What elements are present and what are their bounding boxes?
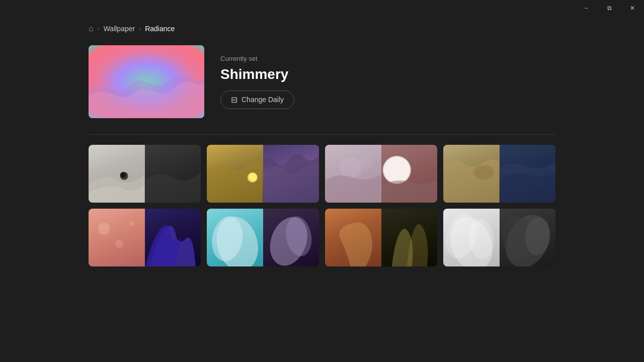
wallpaper-grid [89, 145, 555, 266]
wallpaper-card-2[interactable] [207, 145, 319, 203]
card5-left [89, 209, 145, 266]
card7-left [325, 209, 381, 266]
wallpaper-card-7[interactable] [325, 209, 437, 266]
svg-point-4 [249, 173, 257, 181]
section-divider [89, 134, 555, 135]
svg-point-9 [474, 165, 494, 179]
card1-left [89, 145, 145, 203]
svg-point-10 [98, 223, 110, 235]
breadcrumb-radiance[interactable]: Radiance [145, 25, 175, 33]
wallpaper-card-1[interactable] [89, 145, 201, 203]
card4-left [443, 145, 500, 203]
change-daily-button[interactable]: ⊟ Change Daily [220, 90, 294, 109]
svg-point-6 [359, 155, 373, 169]
svg-point-8 [383, 157, 410, 183]
svg-point-12 [129, 221, 134, 226]
card4-right [500, 145, 556, 203]
wallpaper-name: Shimmery [220, 66, 294, 82]
card5-right [145, 209, 201, 266]
card3-right [381, 145, 438, 203]
card7-right [381, 209, 438, 266]
change-daily-icon: ⊟ [231, 95, 237, 105]
svg-point-5 [340, 156, 362, 178]
card6-left [207, 209, 263, 266]
breadcrumb: ⌂ › Wallpaper › Radiance [0, 0, 644, 45]
card3-left [325, 145, 381, 203]
card2-left [207, 145, 263, 203]
wallpaper-card-5[interactable] [89, 209, 201, 266]
card6-right [263, 209, 319, 266]
home-icon[interactable]: ⌂ [89, 24, 94, 33]
title-bar: − ⧉ ✕ [575, 0, 644, 16]
current-info: Currently set Shimmery ⊟ Change Daily [220, 55, 294, 109]
svg-point-11 [115, 240, 123, 248]
currently-set-label: Currently set [220, 55, 294, 62]
card8-left [443, 209, 500, 266]
close-button[interactable]: ✕ [621, 0, 644, 16]
minimize-button[interactable]: − [575, 0, 598, 16]
svg-point-2 [120, 172, 126, 178]
card1-right [145, 145, 201, 203]
wallpaper-card-6[interactable] [207, 209, 319, 266]
preview-wave-svg [89, 45, 204, 118]
breadcrumb-sep-1: › [98, 25, 100, 32]
breadcrumb-sep-2: › [139, 25, 141, 32]
main-content: Currently set Shimmery ⊟ Change Daily [0, 45, 644, 266]
breadcrumb-wallpaper[interactable]: Wallpaper [104, 25, 135, 33]
card2-right [263, 145, 319, 203]
wallpaper-card-8[interactable] [443, 209, 555, 266]
wallpaper-card-4[interactable] [443, 145, 555, 203]
current-preview [89, 45, 204, 118]
current-wallpaper-section: Currently set Shimmery ⊟ Change Daily [89, 45, 555, 118]
card8-right [500, 209, 556, 266]
change-daily-label: Change Daily [242, 96, 284, 104]
wallpaper-card-3[interactable] [325, 145, 437, 203]
maximize-button[interactable]: ⧉ [598, 0, 621, 16]
